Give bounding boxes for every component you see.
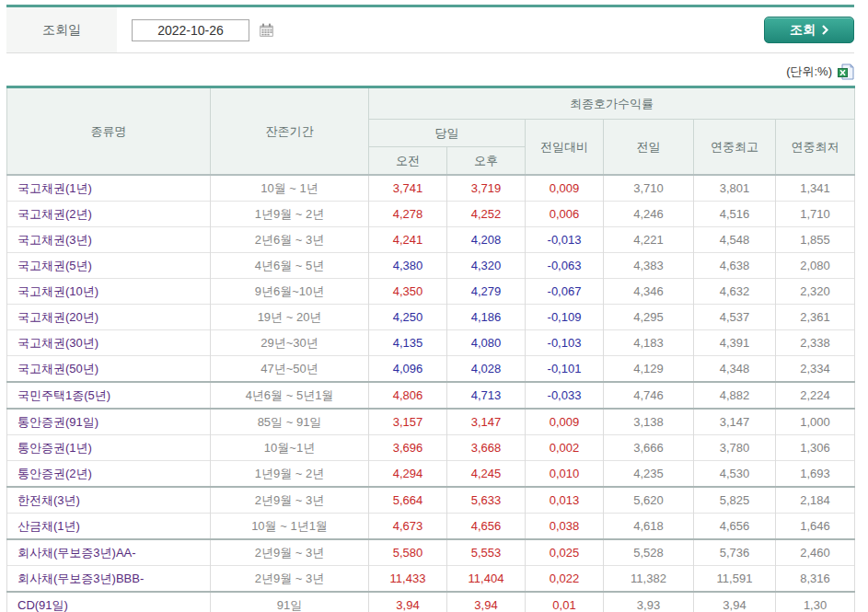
- am-cell: 4,096: [369, 356, 447, 383]
- period-cell: 10월 ~ 1년: [211, 175, 369, 202]
- low-cell: 2,338: [776, 330, 855, 356]
- prev-cell: 4,383: [604, 253, 694, 279]
- unit-label: (단위:%): [786, 64, 832, 80]
- pm-cell: 11,404: [447, 566, 526, 593]
- header-final-yield-group: 최종호가수익률: [369, 87, 855, 120]
- date-input[interactable]: [132, 19, 249, 41]
- header-remaining-period: 잔존기간: [211, 87, 369, 176]
- search-button[interactable]: 조회: [764, 17, 854, 43]
- diff-cell: 0,022: [526, 566, 604, 593]
- am-cell: 5,664: [369, 487, 447, 514]
- header-vs-previous-day: 전일대비: [526, 120, 604, 176]
- low-cell: 1,306: [776, 435, 855, 461]
- table-row: 국고채권(2년) 1년9월 ~ 2년 4,278 4,252 0,006 4,2…: [7, 202, 855, 227]
- name-cell: 국민주택1종(5년): [7, 382, 211, 409]
- am-cell: 3,696: [369, 435, 447, 461]
- prev-cell: 4,746: [604, 382, 694, 409]
- prev-cell: 4,183: [604, 330, 694, 356]
- name-cell: 국고채권(30년): [7, 330, 211, 356]
- am-cell: 4,250: [369, 305, 447, 330]
- period-cell: 2년9월 ~ 3년: [211, 539, 369, 566]
- table-row: 국고채권(50년) 47년~50년 4,096 4,028 -0,101 4,1…: [7, 356, 855, 383]
- pm-cell: 3,719: [447, 175, 526, 202]
- low-cell: 2,184: [776, 487, 855, 514]
- query-bar: 조회일: [6, 5, 854, 53]
- table-row: 국고채권(3년) 2년6월 ~ 3년 4,241 4,208 -0,013 4,…: [7, 227, 855, 253]
- table-row: 회사채(무보증3년)AA- 2년9월 ~ 3년 5,580 5,553 0,02…: [7, 539, 855, 566]
- prev-cell: 4,346: [604, 279, 694, 305]
- diff-cell: -0,063: [526, 253, 604, 279]
- name-cell: 회사채(무보증3년)AA-: [7, 539, 211, 566]
- am-cell: 4,673: [369, 514, 447, 540]
- period-cell: 4년6월 ~ 5년1월: [211, 382, 369, 409]
- table-row: 산금채(1년) 10월 ~ 1년1월 4,673 4,656 0,038 4,6…: [7, 514, 855, 540]
- header-year-high: 연중최고: [694, 120, 776, 176]
- prev-cell: 3,93: [604, 592, 694, 612]
- high-cell: 4,632: [694, 279, 776, 305]
- prev-cell: 4,618: [604, 514, 694, 540]
- prev-cell: 4,295: [604, 305, 694, 330]
- table-row: 국고채권(30년) 29년~30년 4,135 4,080 -0,103 4,1…: [7, 330, 855, 356]
- am-cell: 4,380: [369, 253, 447, 279]
- am-cell: 4,350: [369, 279, 447, 305]
- pm-cell: 4,245: [447, 461, 526, 488]
- period-cell: 2년6월 ~ 3년: [211, 227, 369, 253]
- pm-cell: 4,279: [447, 279, 526, 305]
- prev-cell: 3,666: [604, 435, 694, 461]
- pm-cell: 3,147: [447, 409, 526, 435]
- diff-cell: -0,109: [526, 305, 604, 330]
- query-date-label-cell: 조회일: [6, 7, 117, 52]
- diff-cell: 0,025: [526, 539, 604, 566]
- diff-cell: 0,038: [526, 514, 604, 540]
- table-row: 국민주택1종(5년) 4년6월 ~ 5년1월 4,806 4,713 -0,03…: [7, 382, 855, 409]
- bond-yield-page: 조회일: [0, 0, 868, 612]
- low-cell: 2,460: [776, 539, 855, 566]
- diff-cell: 0,009: [526, 175, 604, 202]
- low-cell: 1,710: [776, 202, 855, 227]
- low-cell: 2,320: [776, 279, 855, 305]
- pm-cell: 4,186: [447, 305, 526, 330]
- am-cell: 3,94: [369, 592, 447, 612]
- pm-cell: 4,028: [447, 356, 526, 383]
- name-cell: 국고채권(5년): [7, 253, 211, 279]
- am-cell: 4,135: [369, 330, 447, 356]
- am-cell: 4,294: [369, 461, 447, 488]
- period-cell: 1년9월 ~ 2년: [211, 461, 369, 488]
- am-cell: 4,241: [369, 227, 447, 253]
- diff-cell: -0,067: [526, 279, 604, 305]
- high-cell: 3,147: [694, 409, 776, 435]
- prev-cell: 4,221: [604, 227, 694, 253]
- calendar-icon[interactable]: [259, 23, 274, 38]
- excel-export-icon[interactable]: [837, 64, 854, 80]
- period-cell: 2년9월 ~ 3년: [211, 566, 369, 593]
- diff-cell: -0,101: [526, 356, 604, 383]
- period-cell: 4년6월 ~ 5년: [211, 253, 369, 279]
- query-input-area: [132, 19, 274, 41]
- am-cell: 11,433: [369, 566, 447, 593]
- table-row: 한전채(3년) 2년9월 ~ 3년 5,664 5,633 0,013 5,62…: [7, 487, 855, 514]
- diff-cell: 0,006: [526, 202, 604, 227]
- period-cell: 10월 ~ 1년1월: [211, 514, 369, 540]
- table-row: 국고채권(20년) 19년 ~ 20년 4,250 4,186 -0,109 4…: [7, 305, 855, 330]
- pm-cell: 4,656: [447, 514, 526, 540]
- header-previous-day: 전일: [604, 120, 694, 176]
- low-cell: 1,855: [776, 227, 855, 253]
- low-cell: 2,224: [776, 382, 855, 409]
- diff-cell: -0,033: [526, 382, 604, 409]
- name-cell: CD(91일): [7, 592, 211, 612]
- name-cell: 회사채(무보증3년)BBB-: [7, 566, 211, 593]
- period-cell: 85일 ~ 91일: [211, 409, 369, 435]
- pm-cell: 3,668: [447, 435, 526, 461]
- high-cell: 4,348: [694, 356, 776, 383]
- pm-cell: 5,553: [447, 539, 526, 566]
- am-cell: 3,741: [369, 175, 447, 202]
- high-cell: 4,516: [694, 202, 776, 227]
- name-cell: 산금채(1년): [7, 514, 211, 540]
- name-cell: 한전채(3년): [7, 487, 211, 514]
- pm-cell: 4,713: [447, 382, 526, 409]
- header-type-name: 종류명: [7, 87, 211, 176]
- unit-row: (단위:%): [6, 53, 854, 86]
- name-cell: 국고채권(1년): [7, 175, 211, 202]
- high-cell: 5,825: [694, 487, 776, 514]
- yield-table-header: 종류명 잔존기간 최종호가수익률 당일 전일대비 전일 연중최고 연중최저 오전…: [7, 87, 855, 176]
